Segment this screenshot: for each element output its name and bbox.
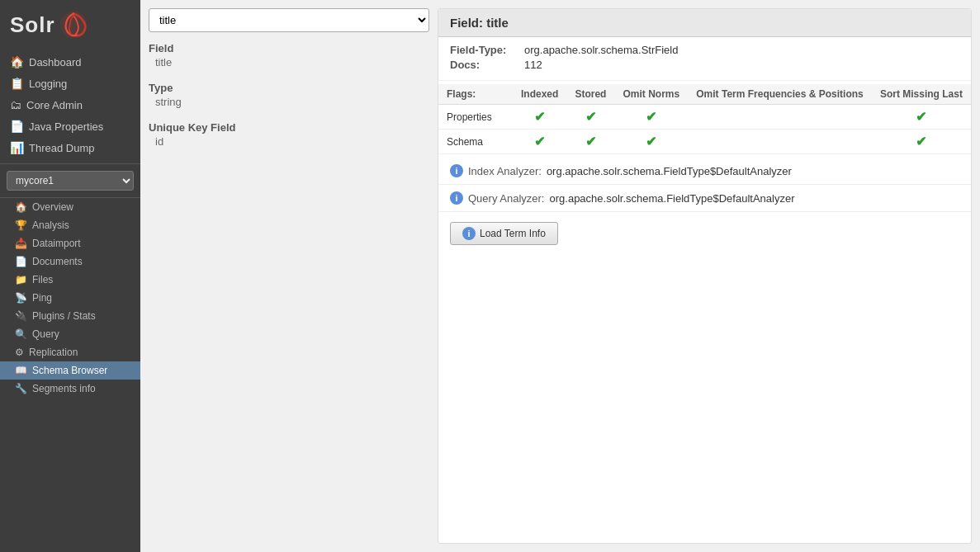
core-nav-replication[interactable]: ⚙ Replication bbox=[0, 343, 140, 361]
main-nav: 🏠 Dashboard 📋 Logging 🗂 Core Admin 📄 Jav… bbox=[0, 46, 140, 164]
docs-value: 112 bbox=[524, 59, 542, 71]
core-nav-query[interactable]: 🔍 Query bbox=[0, 325, 140, 343]
nav-label-logging: Logging bbox=[29, 78, 67, 90]
load-term-container: i Load Term Info bbox=[438, 212, 971, 255]
properties-sort-missing: ✔ bbox=[872, 105, 971, 130]
core-nav: 🏠 Overview 🏆 Analysis 📥 Dataimport 📄 Doc… bbox=[0, 198, 140, 398]
core-nav-label-documents: Documents bbox=[32, 256, 83, 267]
check-icon: ✔ bbox=[646, 110, 656, 124]
index-analyzer-row: i Index Analyzer: org.apache.solr.schema… bbox=[438, 158, 971, 185]
plugins-stats-icon: 🔌 bbox=[15, 310, 27, 322]
core-nav-label-segments-info: Segments info bbox=[32, 383, 96, 394]
core-select[interactable]: mycore1 bbox=[7, 171, 134, 191]
flags-col-omit-norms: Omit Norms bbox=[614, 84, 688, 105]
field-selector[interactable]: title bbox=[149, 8, 429, 32]
properties-indexed: ✔ bbox=[513, 105, 566, 130]
logo-area: Solr bbox=[0, 0, 140, 46]
core-selector-area: mycore1 bbox=[0, 164, 140, 198]
core-nav-label-files: Files bbox=[32, 274, 53, 285]
nav-label-java-properties: Java Properties bbox=[29, 120, 103, 133]
nav-item-java-properties[interactable]: 📄 Java Properties bbox=[0, 116, 140, 137]
flags-section: Flags: Indexed Stored Omit Norms Omit Te… bbox=[438, 81, 971, 158]
field-type-label: Field-Type: bbox=[450, 44, 524, 56]
docs-label: Docs: bbox=[450, 59, 524, 71]
properties-stored: ✔ bbox=[566, 105, 614, 130]
field-header: Field: title bbox=[438, 9, 971, 37]
core-nav-label-schema-browser: Schema Browser bbox=[32, 365, 107, 376]
core-nav-label-dataimport: Dataimport bbox=[32, 238, 81, 249]
check-icon: ✔ bbox=[916, 110, 926, 124]
schema-browser-icon: 📖 bbox=[15, 365, 27, 376]
check-icon: ✔ bbox=[585, 134, 596, 149]
query-analyzer-row: i Query Analyzer: org.apache.solr.schema… bbox=[438, 185, 971, 212]
dataimport-icon: 📥 bbox=[15, 238, 27, 249]
unique-key-section: Unique Key Field id bbox=[149, 118, 429, 151]
core-nav-documents[interactable]: 📄 Documents bbox=[0, 252, 140, 271]
index-analyzer-info-icon: i bbox=[450, 164, 463, 177]
check-icon: ✔ bbox=[534, 110, 545, 124]
flags-col-sort-missing: Sort Missing Last bbox=[872, 84, 971, 105]
flags-col-omit-term: Omit Term Frequencies & Positions bbox=[688, 84, 872, 105]
core-admin-icon: 🗂 bbox=[10, 98, 21, 111]
field-type-value: org.apache.solr.schema.StrField bbox=[524, 44, 678, 56]
check-icon: ✔ bbox=[646, 134, 656, 149]
query-analyzer-info-icon: i bbox=[450, 191, 463, 205]
left-panel: title Field title Type string Unique Key… bbox=[149, 8, 429, 544]
solr-logo-icon bbox=[59, 10, 88, 40]
logging-icon: 📋 bbox=[10, 77, 24, 90]
field-type-row: Field-Type: org.apache.solr.schema.StrFi… bbox=[450, 44, 959, 56]
check-icon: ✔ bbox=[534, 134, 545, 149]
query-analyzer-label: Query Analyzer: bbox=[468, 192, 545, 205]
check-icon: ✔ bbox=[916, 134, 926, 149]
core-nav-label-query: Query bbox=[32, 328, 59, 340]
load-term-button[interactable]: i Load Term Info bbox=[450, 222, 558, 245]
right-panel: Field: title Field-Type: org.apache.solr… bbox=[438, 8, 972, 544]
flags-label: Flags: bbox=[447, 88, 476, 100]
core-nav-dataimport[interactable]: 📥 Dataimport bbox=[0, 234, 140, 252]
query-icon: 🔍 bbox=[15, 328, 27, 340]
nav-item-thread-dump[interactable]: 📊 Thread Dump bbox=[0, 137, 140, 158]
schema-browser-panel: title Field title Type string Unique Key… bbox=[140, 0, 980, 552]
nav-label-dashboard: Dashboard bbox=[29, 56, 82, 68]
field-meta: Field-Type: org.apache.solr.schema.StrFi… bbox=[438, 37, 971, 81]
nav-item-dashboard[interactable]: 🏠 Dashboard bbox=[0, 51, 140, 73]
overview-icon: 🏠 bbox=[15, 201, 27, 213]
nav-item-core-admin[interactable]: 🗂 Core Admin bbox=[0, 94, 140, 116]
core-nav-files[interactable]: 📁 Files bbox=[0, 271, 140, 289]
schema-stored: ✔ bbox=[566, 130, 614, 154]
field-info-section: Field title bbox=[149, 39, 429, 72]
core-nav-ping[interactable]: 📡 Ping bbox=[0, 289, 140, 307]
flags-col-stored: Stored bbox=[566, 84, 614, 105]
core-nav-schema-browser[interactable]: 📖 Schema Browser bbox=[0, 361, 140, 380]
documents-icon: 📄 bbox=[15, 256, 27, 267]
nav-item-logging[interactable]: 📋 Logging bbox=[0, 73, 140, 94]
table-row-schema: Schema ✔ ✔ ✔ ✔ bbox=[438, 130, 971, 154]
docs-row: Docs: 112 bbox=[450, 59, 959, 71]
flags-table: Flags: Indexed Stored Omit Norms Omit Te… bbox=[438, 84, 971, 154]
row-label-properties: Properties bbox=[438, 105, 513, 130]
index-analyzer-value: org.apache.solr.schema.FieldType$Default… bbox=[547, 165, 792, 177]
core-nav-segments-info[interactable]: 🔧 Segments info bbox=[0, 380, 140, 398]
schema-omit-term bbox=[688, 130, 872, 154]
core-nav-label-overview: Overview bbox=[32, 201, 73, 213]
table-row-properties: Properties ✔ ✔ ✔ ✔ bbox=[438, 105, 971, 130]
properties-omit-term bbox=[688, 105, 872, 130]
core-nav-plugins-stats[interactable]: 🔌 Plugins / Stats bbox=[0, 307, 140, 325]
analysis-icon: 🏆 bbox=[15, 219, 27, 231]
unique-key-label: Unique Key Field bbox=[149, 121, 429, 134]
field-value: title bbox=[149, 56, 429, 68]
core-nav-overview[interactable]: 🏠 Overview bbox=[0, 198, 140, 216]
schema-indexed: ✔ bbox=[513, 130, 566, 154]
schema-omit-norms: ✔ bbox=[614, 130, 688, 154]
main-content: title Field title Type string Unique Key… bbox=[140, 0, 980, 552]
check-icon: ✔ bbox=[585, 110, 596, 124]
files-icon: 📁 bbox=[15, 274, 27, 285]
segments-info-icon: 🔧 bbox=[15, 383, 27, 394]
core-nav-analysis[interactable]: 🏆 Analysis bbox=[0, 216, 140, 234]
query-analyzer-value: org.apache.solr.schema.FieldType$Default… bbox=[550, 192, 795, 205]
flags-col-empty: Flags: bbox=[438, 84, 513, 105]
properties-omit-norms: ✔ bbox=[614, 105, 688, 130]
flags-col-indexed: Indexed bbox=[513, 84, 566, 105]
core-nav-label-replication: Replication bbox=[29, 347, 78, 358]
load-term-info-icon: i bbox=[462, 227, 476, 240]
